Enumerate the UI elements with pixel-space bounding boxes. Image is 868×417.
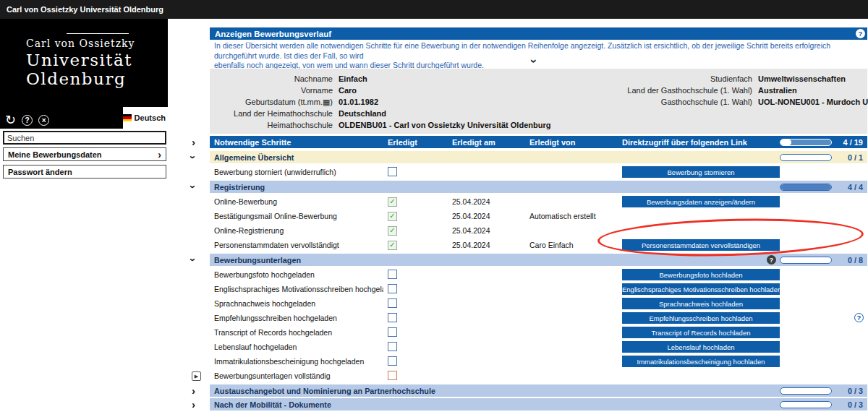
- step-action-button[interactable]: Transcript of Records hochladen: [622, 327, 780, 338]
- logo-line3: Oldenburg: [26, 69, 135, 88]
- sidebar-item[interactable]: Passwort ändern: [3, 165, 166, 179]
- section-row[interactable]: › Bewerbungsunterlagen ? 0 / 8: [184, 254, 867, 266]
- progress-label: 0 / 1: [835, 153, 863, 162]
- step-checkbox[interactable]: [388, 298, 397, 308]
- row-gutter: [184, 282, 210, 296]
- expand-icon[interactable]: ›: [192, 137, 195, 147]
- content-header: Anzeigen Bewerbungsverlauf ?: [210, 27, 867, 40]
- step-action-button[interactable]: Bewerbung stornieren: [622, 166, 780, 178]
- button-cell: Bewerbungsfoto hochladen: [622, 269, 780, 280]
- collapse-icon[interactable]: ›: [188, 185, 199, 189]
- checkbox-cell: ✓: [383, 197, 452, 207]
- progress-bar: [780, 387, 832, 395]
- checkbox-cell: [383, 313, 452, 324]
- field-label: Land der Heimathochschule: [210, 109, 333, 118]
- button-cell: Bewerbungsdaten anzeigen/ändern: [622, 196, 780, 207]
- language-selector[interactable]: Deutsch: [123, 107, 168, 129]
- step-action-button[interactable]: Sprachnachweis hochladen: [622, 298, 780, 309]
- close-icon[interactable]: ×: [38, 115, 49, 126]
- step-checkbox[interactable]: ✓: [388, 226, 397, 236]
- step-checkbox[interactable]: [388, 342, 397, 351]
- done-date: 25.04.2024: [452, 212, 529, 220]
- university-logo: Carl von Ossietzky Universität Oldenburg: [26, 33, 135, 88]
- collapse-icon[interactable]: ›: [188, 258, 199, 262]
- profile-field: NachnameEinfach: [210, 73, 550, 85]
- step-checkbox[interactable]: [388, 356, 397, 366]
- step-action-button[interactable]: Immatrikulationsbescheinigung hochladen: [622, 356, 780, 367]
- run-step-icon[interactable]: ▶: [192, 371, 201, 381]
- row-body: Bewerbungsunterlagen vollständig ?: [210, 369, 867, 383]
- button-cell: Empfehlungsschreiben hochladen: [622, 312, 780, 324]
- row-body: Sprachnachweis hochgeladen Sprachnachwei…: [210, 296, 867, 311]
- row-gutter: ▶: [184, 369, 210, 383]
- step-checkbox[interactable]: [388, 167, 397, 176]
- section-row[interactable]: › Nach der Mobilität - Dokumente ? 0 / 3: [184, 398, 867, 410]
- field-value: Deutschland: [339, 109, 386, 118]
- row-help-icon[interactable]: ?: [854, 313, 864, 322]
- step-action-button[interactable]: Empfehlungsschreiben hochladen: [622, 312, 780, 324]
- step-label: Immatrikulationsbescheinigung hochgelade…: [210, 357, 383, 366]
- row-body: Bewerbungsfoto hochgeladen Bewerbungsfot…: [210, 267, 867, 282]
- step-action-button[interactable]: Bewerbungsdaten anzeigen/ändern: [622, 196, 780, 207]
- row-gutter: [184, 209, 210, 223]
- done-date: 25.04.2024: [452, 241, 529, 249]
- row-gutter: [184, 325, 210, 340]
- step-checkbox[interactable]: ✓: [388, 197, 397, 207]
- expand-icon[interactable]: ›: [192, 399, 195, 410]
- step-label: Online-Bewerbung: [210, 197, 383, 206]
- step-checkbox[interactable]: ✓: [388, 241, 397, 250]
- progress-bar: [780, 257, 832, 264]
- field-label: Studienfach: [593, 74, 752, 83]
- step-label: Englischsprachiges Motivationsschreiben …: [210, 285, 383, 293]
- german-flag-icon: [123, 114, 132, 121]
- profile-field: HeimathochschuleOLDENBU01 - Carl von Oss…: [210, 119, 550, 131]
- section-row[interactable]: › Registrierung ? 4 / 4: [184, 181, 867, 193]
- overall-progress-label: 4 / 19: [835, 138, 863, 147]
- done-by: Caro Einfach: [529, 241, 622, 249]
- field-label: Gasthochschule (1. Wahl): [593, 98, 752, 106]
- step-checkbox[interactable]: [388, 313, 397, 322]
- section-row[interactable]: › Austauschangebot und Nominierung an Pa…: [184, 384, 867, 397]
- sidebar-item-label: Meine Bewerbungsdaten: [8, 150, 102, 159]
- button-cell: [622, 210, 780, 222]
- done-by: Automatisch erstellt: [529, 212, 622, 220]
- step-action-button[interactable]: Bewerbungsfoto hochladen: [622, 269, 780, 280]
- header-help-icon[interactable]: ?: [856, 29, 865, 38]
- checkbox-cell: [383, 327, 452, 338]
- table-row: Immatrikulationsbescheinigung hochgelade…: [184, 354, 867, 369]
- sidebar-toolbar: ↻ ? ×: [5, 114, 49, 126]
- step-checkbox[interactable]: ✓: [388, 212, 397, 221]
- progress-bar: [780, 154, 832, 161]
- table-row: Bestätigungsmail Online-Bewerbung ✓ 25.0…: [184, 209, 867, 223]
- help-icon[interactable]: ?: [22, 115, 33, 126]
- section-row[interactable]: › Allgemeine Übersicht ? 0 / 1: [184, 151, 867, 163]
- section-help-icon[interactable]: ?: [767, 255, 776, 265]
- table-row: Personenstammdaten vervollständigt ✓ 25.…: [184, 238, 867, 252]
- done-date: 25.04.2024: [452, 197, 529, 206]
- collapse-icon[interactable]: ›: [188, 155, 199, 159]
- step-label: Online-Registrierung: [210, 226, 383, 235]
- table-row: Empfehlungsschreiben hochgeladen Empfehl…: [184, 311, 867, 325]
- search-input[interactable]: [4, 134, 165, 142]
- checkbox-cell: ✓: [383, 225, 452, 236]
- field-label: Geburtsdatum (tt.mm.▦): [210, 98, 333, 107]
- step-checkbox[interactable]: [388, 371, 397, 380]
- step-action-button[interactable]: Englischsprachiges Motivationsschreiben …: [622, 283, 780, 295]
- section-title: Austauschangebot und Nominierung an Part…: [210, 387, 780, 395]
- step-checkbox[interactable]: [388, 270, 397, 279]
- search-box: [3, 131, 166, 145]
- expand-icon[interactable]: ›: [192, 385, 195, 396]
- profile-left: NachnameEinfachVornameCaroGeburtsdatum (…: [210, 73, 550, 131]
- step-action-button[interactable]: Personenstammdaten vervollständigen: [622, 239, 780, 251]
- step-checkbox[interactable]: [388, 327, 397, 337]
- sidebar-item[interactable]: Meine Bewerbungsdaten›: [3, 147, 166, 161]
- step-label: Empfehlungsschreiben hochgeladen: [210, 314, 383, 322]
- step-checkbox[interactable]: [388, 284, 397, 293]
- refresh-icon[interactable]: ↻: [5, 114, 16, 126]
- section-body: Bewerbungsunterlagen ? 0 / 8: [210, 254, 867, 266]
- collapse-intro-icon[interactable]: ›: [528, 59, 540, 64]
- progress-label: 0 / 8: [835, 256, 863, 265]
- step-action-button[interactable]: Lebenslauf hochladen: [622, 341, 780, 353]
- row-gutter: ›: [184, 398, 210, 410]
- sidebar-item-label: Passwort ändern: [8, 168, 72, 176]
